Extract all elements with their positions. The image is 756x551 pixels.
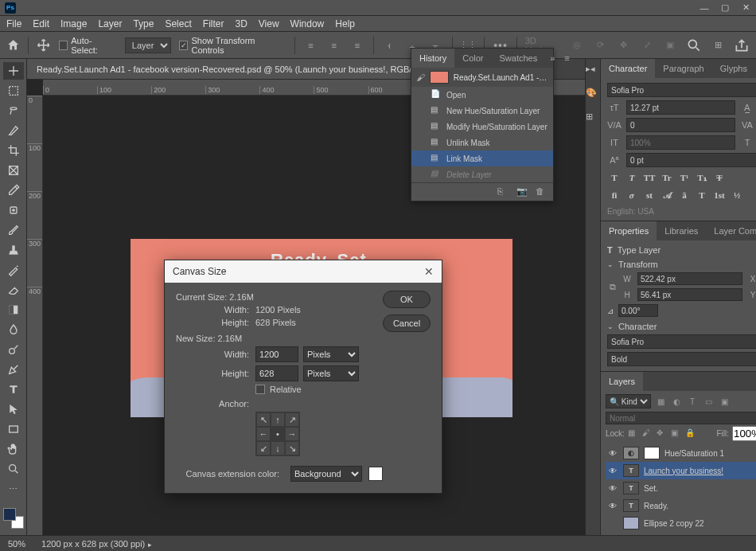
layer-name[interactable]: Hue/Saturation 1 xyxy=(664,449,756,458)
filter-pixel-icon[interactable]: ▦ xyxy=(654,395,667,408)
tab-layers[interactable]: Layers xyxy=(601,372,643,391)
history-state[interactable]: ▤Delete Layer xyxy=(411,166,553,182)
path-selection-tool[interactable] xyxy=(3,401,24,418)
anchor-se[interactable]: ↘ xyxy=(285,441,299,455)
extension-color-swatch[interactable] xyxy=(368,467,383,481)
anchor-e[interactable]: → xyxy=(285,427,299,441)
dodge-tool[interactable] xyxy=(3,341,24,358)
menu-window[interactable]: Window xyxy=(290,18,325,29)
eraser-tool[interactable] xyxy=(3,281,24,299)
frame-tool[interactable] xyxy=(3,162,24,179)
document-tab[interactable]: Ready.Set.Launch Ad1 - facebook version-… xyxy=(27,59,446,79)
lock-artboard-icon[interactable]: ▣ xyxy=(671,428,682,440)
type-tool[interactable] xyxy=(3,381,24,398)
edit-toolbar[interactable]: ⋯ xyxy=(3,480,24,498)
layer-name[interactable]: Ready. xyxy=(644,502,756,510)
font-family-select[interactable]: Sofia Pro xyxy=(607,83,756,97)
layer-row[interactable]: Ellipse 2 copy 22 xyxy=(606,514,756,532)
faux-italic-button[interactable]: T xyxy=(625,170,639,185)
anchor-n[interactable]: ↑ xyxy=(271,412,285,427)
vertical-scale-input[interactable] xyxy=(626,135,735,150)
new-width-input[interactable] xyxy=(255,346,298,362)
layer-name[interactable]: Launch your business! xyxy=(644,467,756,475)
ok-button[interactable]: OK xyxy=(383,291,431,308)
relative-checkbox[interactable]: Relative xyxy=(255,385,431,394)
share-icon[interactable] xyxy=(734,37,750,53)
menu-image[interactable]: Image xyxy=(60,18,87,29)
visibility-toggle-icon[interactable]: 👁 xyxy=(607,449,618,458)
history-state[interactable]: ▤Unlink Mask xyxy=(411,135,553,150)
lock-position-icon[interactable]: ✥ xyxy=(657,428,668,440)
layer-filter-kind[interactable]: 🔍 Kind xyxy=(606,394,651,408)
zoom-level[interactable]: 50% xyxy=(8,539,25,549)
lock-all-icon[interactable]: 🔒 xyxy=(685,428,696,440)
document-info[interactable]: 1200 px x 628 px (300 ppi)▸ xyxy=(41,539,152,549)
tab-paragraph[interactable]: Paragraph xyxy=(655,59,711,78)
discretionary-lig-button[interactable]: st xyxy=(642,188,657,202)
window-maximize-button[interactable]: ▢ xyxy=(719,2,731,14)
layer-name[interactable]: Ellipse 2 copy 22 xyxy=(644,519,756,528)
menu-edit[interactable]: Edit xyxy=(33,18,49,29)
history-state[interactable]: ▤New Hue/Saturation Layer xyxy=(411,103,553,119)
eyedropper-tool[interactable] xyxy=(3,182,24,199)
width-unit-select[interactable]: Pixels xyxy=(303,346,359,362)
collapsed-panel-icon[interactable]: ▸◂ xyxy=(586,64,600,78)
blur-tool[interactable] xyxy=(3,321,24,338)
clone-stamp-tool[interactable] xyxy=(3,241,24,259)
extension-color-select[interactable]: Background xyxy=(290,466,362,482)
ordinals-button[interactable]: 1st xyxy=(712,188,727,202)
auto-select-target[interactable]: Layer xyxy=(125,37,171,53)
menu-filter[interactable]: Filter xyxy=(203,18,224,29)
baseline-shift-input[interactable] xyxy=(626,153,756,167)
layer-row[interactable]: 👁 ◐ Hue/Saturation 1 xyxy=(606,444,756,462)
tab-glyphs[interactable]: Glyphs xyxy=(712,59,755,78)
align-top-edges-icon[interactable]: ⫞ xyxy=(382,37,397,53)
history-brush-source-icon[interactable]: 🖌 xyxy=(416,72,425,82)
prop-font-family[interactable]: Sofia Pro xyxy=(607,334,756,349)
align-horizontal-centers-icon[interactable]: ≡ xyxy=(326,37,341,53)
move-tool[interactable] xyxy=(3,62,24,80)
window-minimize-button[interactable]: — xyxy=(699,2,710,14)
kerning-input[interactable] xyxy=(626,118,735,132)
anchor-center[interactable]: • xyxy=(271,427,285,441)
anchor-grid[interactable]: ↖ ↑ ↗ ← • → ↙ ↓ ↘ xyxy=(255,412,300,456)
tab-swatches[interactable]: Swatches xyxy=(492,49,546,68)
tab-character[interactable]: Character xyxy=(601,59,655,78)
menu-layer[interactable]: Layer xyxy=(98,18,122,29)
color-swatches[interactable] xyxy=(3,508,24,529)
tab-libraries[interactable]: Libraries xyxy=(657,221,706,240)
window-close-button[interactable]: ✕ xyxy=(740,2,751,14)
history-state[interactable]: 📄Open xyxy=(411,87,553,103)
home-icon[interactable] xyxy=(6,38,20,53)
superscript-button[interactable]: T¹ xyxy=(677,170,692,185)
layer-row[interactable]: 👁 T Ready. xyxy=(606,497,756,514)
gradient-tool[interactable] xyxy=(3,301,24,318)
stylistic-alt-button[interactable]: ā xyxy=(677,188,692,202)
show-transform-controls-checkbox[interactable]: Show Transform Controls xyxy=(179,36,286,55)
vertical-ruler[interactable]: 0100200300400 xyxy=(27,96,43,535)
visibility-toggle-icon[interactable]: 👁 xyxy=(607,484,618,493)
transform-section-toggle[interactable]: ⌄Transform xyxy=(607,260,756,269)
history-state[interactable]: ▤Modify Hue/Saturation Layer xyxy=(411,119,553,135)
menu-type[interactable]: Type xyxy=(133,18,154,29)
link-wh-icon[interactable]: ⧉ xyxy=(607,282,618,292)
rectangle-tool[interactable] xyxy=(3,420,24,438)
all-caps-button[interactable]: TT xyxy=(642,170,657,185)
menu-view[interactable]: View xyxy=(259,18,279,29)
anchor-nw[interactable]: ↖ xyxy=(256,412,271,427)
contextual-alt-button[interactable]: 𝜎 xyxy=(625,188,639,202)
grid-strip-icon[interactable]: ⊞ xyxy=(586,111,600,126)
tab-properties[interactable]: Properties xyxy=(601,221,657,240)
anchor-w[interactable]: ← xyxy=(256,427,271,441)
marquee-tool[interactable] xyxy=(3,82,24,100)
angle-input[interactable] xyxy=(618,304,658,317)
delete-state-icon[interactable]: 🗑 xyxy=(536,186,547,197)
ligatures-button[interactable]: fi xyxy=(607,188,622,202)
collapse-panel-icon[interactable]: » xyxy=(545,53,559,63)
search-icon[interactable] xyxy=(686,37,702,53)
tab-history[interactable]: History xyxy=(411,49,454,68)
layer-row[interactable]: 👁 T Launch your business! xyxy=(606,462,756,479)
visibility-toggle-icon[interactable]: 👁 xyxy=(607,502,618,510)
filter-shape-icon[interactable]: ▭ xyxy=(702,395,715,408)
character-section-toggle[interactable]: ⌄Character xyxy=(607,322,756,331)
